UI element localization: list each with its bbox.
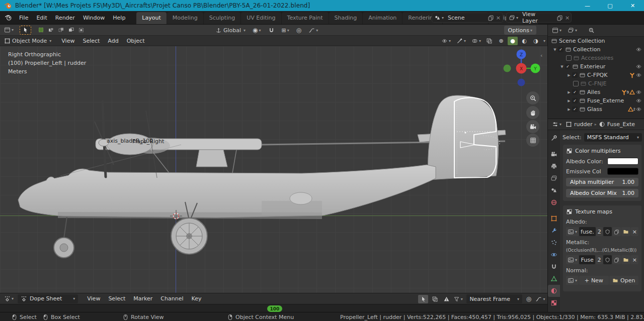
outliner-row-fuse-externe[interactable]: ▶ ✓ Fuse_Externe [548,96,644,105]
tab-sculpting[interactable]: Sculpting [204,12,240,24]
unlink-button[interactable]: × [631,255,638,264]
tab-physics[interactable] [548,249,560,261]
blender-menu-icon[interactable] [4,14,12,21]
menu-help[interactable]: Help [109,15,129,21]
albedo-color-swatch[interactable] [607,158,638,165]
pan-button[interactable] [526,106,539,119]
outliner-display-mode-button[interactable]: ▾ [566,26,579,35]
outliner-row-accessoires[interactable]: Accessoires [548,54,644,62]
tab-shading[interactable]: Shading [329,12,363,24]
ds-menu-marker[interactable]: Marker [129,295,156,302]
viewport-menu-select[interactable]: Select [78,38,104,44]
transform-orientation-dropdown[interactable]: Global ▾ [213,26,248,35]
only-selected-toggle[interactable] [418,295,428,303]
outliner-editor-type-button[interactable]: ▾ [550,26,564,35]
tab-object[interactable] [548,212,560,225]
view-layer-selector[interactable]: ▾ View Layer × [506,13,572,23]
hidden-channels-toggle[interactable] [430,295,440,303]
collection-checkbox[interactable] [573,81,579,86]
viewport-3d[interactable]: Right Orthographic (100) Propeller_Left … [0,46,547,293]
expand-icon[interactable]: ▶ [566,73,572,77]
object-visibility-dropdown[interactable]: ▾ [439,37,453,46]
overlays-dropdown[interactable]: ▾ [469,37,483,46]
select-mode-set[interactable] [36,26,45,34]
options-dropdown[interactable]: Options▾ [504,26,536,35]
aircraft-model[interactable] [0,46,547,293]
select-mode-invert[interactable] [66,26,75,34]
albedo-color-mix-slider[interactable]: Albedo Color Mix 1.00 [566,189,638,197]
outliner-row-cfpqk[interactable]: ▶ ✓ C-FPQK [548,71,644,79]
copy-icon[interactable] [556,15,563,21]
menu-file[interactable]: File [15,15,32,21]
tab-modeling[interactable]: Modeling [167,12,203,24]
texture-name[interactable]: Fuse [579,255,595,264]
expand-icon[interactable]: ▶ [566,108,572,112]
shading-material-button[interactable]: ◐ [519,37,529,45]
unlink-button[interactable]: × [631,227,638,236]
errors-toggle[interactable] [441,295,451,303]
tab-world[interactable] [548,196,560,208]
sidebar-collapse-arrow[interactable]: ‹ [540,52,542,59]
proportional-falloff-dropdown[interactable]: ▾ [306,26,320,35]
tab-constraints[interactable] [548,261,560,273]
pivot-point-dropdown[interactable]: ◉▾ [251,26,263,35]
search-icon[interactable] [588,27,595,34]
copy-button[interactable] [612,255,621,264]
image-browse-button[interactable]: ▾ [566,255,579,264]
ds-menu-view[interactable]: View [83,295,104,302]
scene-selector[interactable]: ▾ Scene × [432,13,503,23]
alpha-multiplier-slider[interactable]: Alpha multiplier 1.00 [566,178,638,186]
tab-material[interactable] [548,285,560,297]
tab-output[interactable] [548,160,560,172]
eye-icon[interactable] [635,72,642,78]
expand-icon[interactable]: ▼ [552,48,558,52]
collection-checkbox[interactable]: ✓ [558,47,564,52]
unlink-icon[interactable]: × [496,15,501,21]
ds-menu-select[interactable]: Select [104,295,129,302]
dope-sheet-mode-dropdown[interactable]: Dope Sheet ▾ [18,294,78,303]
tab-uv-editing[interactable]: UV Editing [241,12,281,24]
close-button[interactable]: ✕ [621,0,644,11]
snap-toggle[interactable] [266,26,277,35]
expand-icon[interactable]: ▶ [566,99,572,103]
proportional-edit-toggle[interactable]: ◎ [294,26,303,35]
object-mode-dropdown[interactable]: Object Mode ▾ [2,36,53,45]
perspective-toggle-button[interactable] [526,134,539,147]
viewport-menu-view[interactable]: View [57,38,78,44]
tab-tool[interactable] [548,132,560,144]
outliner-row-ailes[interactable]: ▶ ✓ Ailes 9 [548,88,644,96]
active-tool-select-box[interactable] [20,26,31,35]
fake-user-button[interactable] [603,227,612,236]
viewport-menu-object[interactable]: Object [123,38,149,44]
image-browse-button[interactable]: ▾ [566,276,579,285]
properties-editor-type-button[interactable]: ▾ [550,120,564,129]
users-count-button[interactable]: 2 [596,255,603,264]
eye-icon[interactable] [635,63,642,70]
breadcrumb-object[interactable]: rudder [574,121,593,128]
outliner-row-collection[interactable]: ▼ ✓ Collection [548,45,644,54]
collection-checkbox[interactable]: ✓ [572,106,578,112]
xray-toggle[interactable] [485,37,495,45]
collection-checkbox[interactable]: ✓ [572,89,578,95]
tab-layout[interactable]: Layout [136,12,166,24]
copy-button[interactable] [612,227,621,236]
breadcrumb-material[interactable]: Fuse_Exte [607,121,635,128]
collection-checkbox[interactable]: ✓ [572,98,578,103]
shading-dropdown[interactable]: ▾ [543,39,545,43]
tab-particles[interactable] [548,237,560,249]
menu-window[interactable]: Window [79,15,109,21]
menu-render[interactable]: Render [51,15,79,21]
open-image-button[interactable]: Open [609,276,639,285]
ds-menu-channel[interactable]: Channel [156,295,187,302]
eye-icon[interactable] [635,89,642,95]
minimize-button[interactable]: — [576,0,599,11]
menu-edit[interactable]: Edit [32,15,51,21]
texture-name[interactable]: fuse. [579,227,596,236]
fake-user-button[interactable] [603,255,612,264]
zoom-button[interactable] [526,91,539,104]
editor-type-button[interactable]: ▾ [2,26,16,35]
shading-solid-button[interactable]: ● [508,37,518,45]
ds-menu-key[interactable]: Key [188,295,206,302]
outliner-row-cfnje[interactable]: C-FNJE [548,79,644,88]
camera-view-button[interactable] [526,120,539,133]
